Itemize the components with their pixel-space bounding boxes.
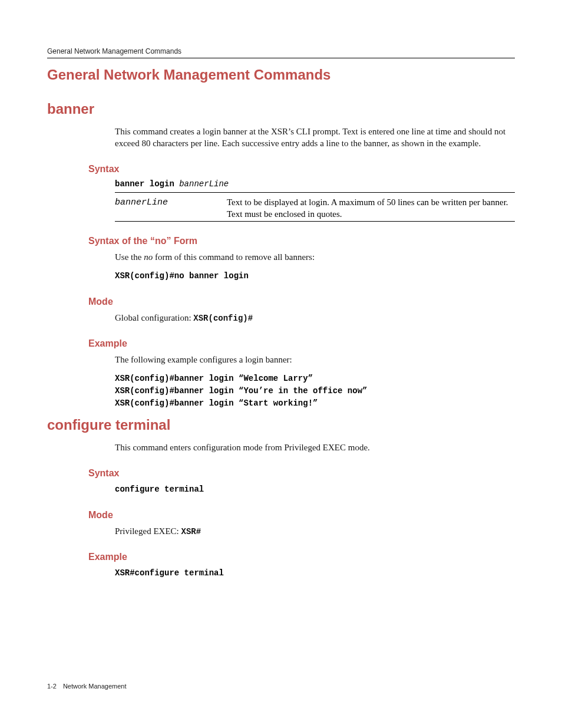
banner-mode-text: Global configuration:: [115, 313, 193, 322]
banner-syntax-arg: bannerLine: [179, 179, 229, 189]
configure-mode-line: Privileged EXEC: XSR#: [115, 525, 515, 538]
param-name: bannerLine: [115, 196, 227, 220]
param-desc: Text to be displayed at login. A maximum…: [227, 196, 515, 220]
section-title: General Network Management Commands: [47, 67, 515, 83]
configure-mode-text: Privileged EXEC:: [115, 526, 181, 536]
noform-text-italic: no: [144, 252, 153, 262]
configure-mode-code: XSR#: [181, 527, 201, 536]
banner-noform-heading: Syntax of the “no” Form: [88, 236, 515, 246]
param-rule-top: [115, 192, 515, 193]
banner-mode-code: XSR(config)#: [193, 314, 253, 323]
configure-intro: This command enters configuration mode f…: [115, 442, 515, 453]
banner-intro: This command creates a login banner at t…: [115, 126, 515, 150]
banner-noform-code: XSR(config)#no banner login: [115, 270, 515, 282]
configure-example-heading: Example: [88, 552, 515, 562]
configure-title: configure terminal: [47, 417, 515, 433]
configure-syntax-code: configure terminal: [115, 483, 515, 496]
banner-syntax-heading: Syntax: [88, 164, 515, 174]
running-header: General Network Management Commands: [47, 47, 515, 55]
param-rule-bottom: [115, 221, 515, 222]
header-rule: [47, 58, 515, 58]
page-footer: 1-2 Network Management: [47, 683, 127, 690]
banner-example-heading: Example: [88, 338, 515, 349]
banner-mode-line: Global configuration: XSR(config)#: [115, 312, 515, 324]
configure-mode-heading: Mode: [88, 510, 515, 521]
banner-example-code: XSR(config)#banner login “Welcome Larry”…: [115, 373, 515, 410]
configure-example-code: XSR#configure terminal: [115, 567, 515, 579]
banner-title: banner: [47, 101, 515, 117]
banner-noform-text: Use the no form of this command to remov…: [115, 251, 515, 263]
banner-syntax-line: banner login bannerLine: [115, 179, 515, 189]
banner-example-text: The following example configures a login…: [115, 354, 515, 365]
noform-text-2: form of this command to remove all banne…: [153, 252, 315, 262]
configure-syntax-heading: Syntax: [88, 468, 515, 479]
param-row: bannerLine Text to be displayed at login…: [115, 196, 515, 220]
banner-mode-heading: Mode: [88, 297, 515, 307]
noform-text-1: Use the: [115, 252, 144, 262]
banner-syntax-cmd: banner login: [115, 179, 179, 189]
page: General Network Management Commands Gene…: [0, 0, 562, 728]
